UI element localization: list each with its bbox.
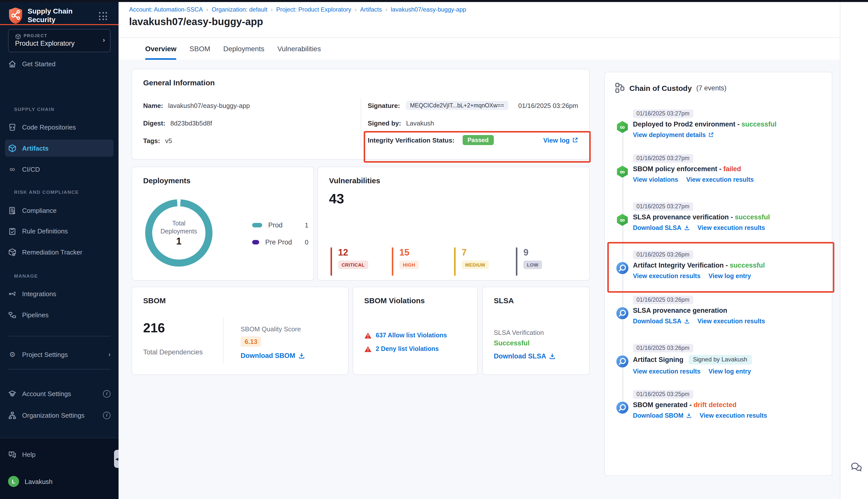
sidebar-item-label: Rule Definitions [22, 227, 68, 235]
download-sbom-link[interactable]: Download SBOM [633, 412, 691, 419]
page-header: Account: Automation-SSCA › Organization:… [119, 2, 868, 37]
tab-deployments[interactable]: Deployments [223, 38, 264, 60]
allow-list-violations-link[interactable]: 637 Allow list Violations [364, 332, 447, 339]
card-title: Vulnerabilities [329, 176, 380, 185]
sbom-card: SBOM 216 Total Dependencies SBOM Quality… [132, 287, 349, 375]
divider [8, 336, 110, 336]
download-icon [549, 353, 556, 360]
event-timestamp: 01/16/2025 03:26pm [633, 250, 693, 259]
view-deployment-details-link[interactable]: View deployment details [633, 131, 714, 138]
sidebar-item-account-settings[interactable]: Account Settings i [8, 387, 110, 401]
breadcrumb-account[interactable]: Account: Automation-SSCA [129, 6, 203, 13]
download-slsa-link[interactable]: Download SLSA [633, 224, 689, 231]
sidebar-item-project-settings[interactable]: ⚙ Project Settings › [8, 348, 110, 362]
breadcrumb: Account: Automation-SSCA › Organization:… [129, 6, 466, 13]
sidebar-item-get-started[interactable]: Get Started [8, 57, 110, 71]
artifact-name: lavakush07/easy-buggy-app [168, 102, 250, 109]
view-log-entry-link[interactable]: View log entry [709, 272, 751, 279]
sidebar-item-integrations[interactable]: Integrations [8, 287, 110, 301]
sidebar-item-cicd[interactable]: ∞ CI/CD [8, 162, 110, 176]
view-execution-results-link[interactable]: View execution results [698, 317, 765, 325]
download-icon [686, 413, 691, 418]
view-log-entry-link[interactable]: View log entry [709, 368, 751, 375]
sidebar-item-pipelines[interactable]: Pipelines [8, 308, 110, 322]
org-chart-icon [8, 411, 16, 419]
events-count: (7 events) [696, 84, 726, 92]
sidebar-item-label: Integrations [22, 290, 56, 297]
severity-critical: 12 CRITICAL [330, 247, 368, 276]
support-chat-icon[interactable] [851, 462, 863, 475]
slsa-verification-label: SLSA Verification [494, 329, 544, 336]
sidebar-item-label: Pipelines [22, 311, 49, 318]
app-switcher-icon[interactable] [99, 12, 108, 21]
project-name: Product Exploratory [15, 40, 75, 47]
download-icon [298, 352, 305, 359]
project-selector[interactable]: PROJECT Product Exploratory › [8, 29, 110, 52]
warning-icon [364, 346, 372, 352]
event-timestamp: 01/16/2025 03:26pm [633, 344, 693, 352]
sidebar-item-help[interactable]: Help [8, 447, 110, 461]
project-label: PROJECT [24, 33, 47, 38]
view-execution-results-link[interactable]: View execution results [699, 412, 767, 419]
sidebar-item-remediation-tracker[interactable]: Remediation Tracker [8, 245, 110, 259]
event-timestamp: 01/16/2025 03:27pm [633, 154, 693, 162]
chain-of-custody-card: Chain of Custody (7 events) ∞ 01/16/2025… [604, 72, 832, 476]
view-execution-results-link[interactable]: View execution results [633, 272, 700, 279]
event-title: SBOM generated [633, 401, 688, 409]
sidebar-item-compliance[interactable]: Compliance [8, 203, 110, 217]
section-label-risk-compliance: RISK AND COMPLIANCE [14, 189, 79, 195]
deny-list-violations-link[interactable]: 2 Deny list Violations [364, 345, 439, 352]
sidebar-item-rule-definitions[interactable]: Rule Definitions [8, 224, 110, 238]
view-violations-link[interactable]: View violations [633, 176, 678, 183]
event-timestamp: 01/16/2025 03:27pm [633, 202, 693, 210]
breadcrumb-artifacts[interactable]: Artifacts [360, 6, 382, 13]
tab-sbom[interactable]: SBOM [190, 38, 210, 60]
artifacts-cube-icon [8, 144, 16, 153]
sidebar-item-artifacts[interactable]: Artifacts [8, 141, 110, 155]
view-execution-results-link[interactable]: View execution results [633, 368, 700, 375]
sidebar-item-label: Artifacts [22, 144, 49, 152]
sidebar-item-label: Compliance [22, 207, 57, 214]
legend-item-prod: Prod 1 [252, 220, 309, 229]
signature-label: Signature: [368, 102, 400, 109]
page-title: lavakush07/easy-buggy-app [129, 16, 263, 28]
section-label-supply-chain: SUPPLY CHAIN [14, 107, 55, 112]
app-root: Supply Chain Security PROJECT Product Ex… [0, 0, 868, 499]
sidebar-item-label: Code Repositories [22, 123, 76, 131]
coc-event-sbom-policy: ∞ 01/16/2025 03:27pm SBOM policy enforce… [633, 153, 824, 183]
sidebar-item-label: Get Started [22, 60, 56, 68]
user-menu[interactable]: L Lavakush [8, 474, 110, 488]
sidebar-item-label: Project Settings [22, 351, 68, 358]
download-sbom-link[interactable]: Download SBOM [241, 352, 305, 360]
breadcrumb-organization[interactable]: Organization: default [212, 6, 267, 13]
view-execution-results-link[interactable]: View execution results [698, 224, 765, 231]
divider [223, 317, 224, 364]
coc-event-slsa-generation: 01/16/2025 03:26pm SLSA provenance gener… [633, 295, 824, 325]
tab-vulnerabilities[interactable]: Vulnerabilities [277, 38, 321, 60]
slsa-verification-status: Successful [494, 339, 530, 347]
home-icon [8, 60, 16, 68]
signed-by-label: Signed by: [368, 119, 401, 127]
sidebar-item-code-repositories[interactable]: Code Repositories [8, 120, 110, 134]
view-log-link[interactable]: View log [543, 136, 578, 144]
brand: Supply Chain Security [8, 7, 83, 26]
download-slsa-link[interactable]: Download SLSA [633, 317, 689, 325]
download-slsa-link[interactable]: Download SLSA [494, 352, 556, 360]
event-status: successful [735, 213, 770, 221]
event-timestamp: 01/16/2025 03:27pm [633, 109, 693, 118]
severity-high: 15 HIGH [392, 247, 419, 276]
event-status: drift detected [694, 401, 737, 409]
total-dependencies-value: 216 [143, 320, 165, 336]
sidebar-item-organization-settings[interactable]: Organization Settings i [8, 408, 110, 422]
tab-overview[interactable]: Overview [145, 38, 177, 60]
slsa-card: SLSA SLSA Verification Successful Downlo… [482, 287, 590, 375]
deployments-donut-chart: Total Deployments 1 [145, 199, 213, 267]
total-deployments-value: 1 [176, 236, 181, 247]
breadcrumb-project[interactable]: Project: Product Exploratory [276, 6, 351, 13]
view-execution-results-link[interactable]: View execution results [686, 176, 754, 183]
right-rail [840, 2, 868, 499]
scan-event-icon [616, 355, 628, 367]
event-status: failed [723, 165, 741, 172]
card-title: SBOM Violations [364, 296, 425, 305]
breadcrumb-current[interactable]: lavakush07/easy-buggy-app [391, 6, 466, 13]
